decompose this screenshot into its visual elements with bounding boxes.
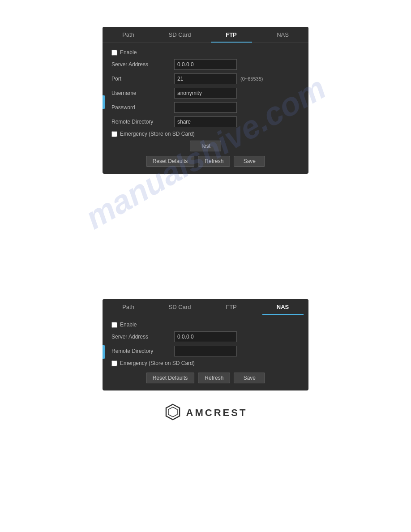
ftp-action-buttons: Reset Defaults Refresh Save: [111, 156, 300, 167]
ftp-tabs: Path SD Card FTP NAS: [103, 27, 308, 43]
save-button[interactable]: Save: [234, 156, 265, 167]
nas-refresh-button[interactable]: Refresh: [198, 373, 230, 383]
nas-action-buttons: Reset Defaults Refresh Save: [111, 373, 300, 383]
remote-directory-input[interactable]: [174, 116, 237, 127]
nas-remote-directory-input[interactable]: [174, 346, 237, 356]
username-input[interactable]: [174, 88, 237, 99]
nas-left-accent: [103, 345, 105, 359]
left-accent: [103, 95, 105, 109]
nas-emergency-checkbox[interactable]: [111, 360, 117, 366]
port-hint: (0~65535): [240, 76, 263, 82]
nas-emergency-label: Emergency (Store on SD Card): [120, 360, 195, 366]
remote-directory-label: Remote Directory: [111, 119, 174, 125]
nas-server-address-input[interactable]: [174, 331, 237, 342]
username-row: Username: [111, 88, 300, 99]
password-label: Password: [111, 104, 174, 111]
nas-remote-directory-label: Remote Directory: [111, 348, 174, 354]
remote-directory-row: Remote Directory: [111, 116, 300, 127]
nas-tabs: Path SD Card FTP NAS: [103, 299, 308, 315]
nas-save-button[interactable]: Save: [234, 373, 265, 383]
nas-enable-row: Enable: [111, 322, 300, 328]
tab-nas[interactable]: NAS: [257, 27, 308, 43]
refresh-button[interactable]: Refresh: [198, 156, 230, 167]
port-row: Port (0~65535): [111, 73, 300, 84]
emergency-checkbox[interactable]: [111, 131, 117, 137]
nas-tab-nas[interactable]: NAS: [257, 299, 308, 315]
nas-remote-directory-row: Remote Directory: [111, 346, 300, 356]
tab-path[interactable]: Path: [103, 27, 154, 43]
ftp-panel: Path SD Card FTP NAS Enable Server Addre…: [103, 27, 308, 174]
enable-label: Enable: [120, 49, 137, 56]
emergency-row: Emergency (Store on SD Card): [111, 131, 300, 137]
logo-area: AMCREST: [164, 403, 248, 422]
password-row: Password: [111, 102, 300, 113]
amcrest-logo-text: AMCREST: [186, 407, 248, 419]
reset-defaults-button[interactable]: Reset Defaults: [146, 156, 195, 167]
server-address-label: Server Address: [111, 61, 174, 68]
enable-row: Enable: [111, 49, 300, 56]
ftp-body: Enable Server Address Port (0~65535) Use…: [103, 43, 308, 174]
nas-enable-label: Enable: [120, 322, 137, 328]
username-label: Username: [111, 90, 174, 96]
svg-marker-1: [168, 407, 177, 417]
port-input[interactable]: [174, 73, 237, 84]
enable-checkbox[interactable]: [111, 50, 117, 56]
server-address-row: Server Address: [111, 59, 300, 70]
nas-server-address-row: Server Address: [111, 331, 300, 342]
test-button[interactable]: Test: [190, 141, 221, 151]
tab-sdcard[interactable]: SD Card: [154, 27, 206, 43]
nas-server-address-label: Server Address: [111, 334, 174, 340]
server-address-input[interactable]: [174, 59, 237, 70]
port-label: Port: [111, 76, 174, 82]
nas-reset-defaults-button[interactable]: Reset Defaults: [146, 373, 195, 383]
emergency-label: Emergency (Store on SD Card): [120, 131, 195, 137]
tab-ftp[interactable]: FTP: [206, 27, 257, 43]
nas-tab-ftp[interactable]: FTP: [206, 299, 257, 315]
password-input[interactable]: [174, 102, 237, 113]
nas-enable-checkbox[interactable]: [111, 322, 117, 328]
test-button-row: Test: [111, 141, 300, 151]
nas-body: Enable Server Address Remote Directory E…: [103, 315, 308, 390]
nas-tab-sdcard[interactable]: SD Card: [154, 299, 206, 315]
amcrest-logo-icon: [164, 403, 182, 422]
nas-emergency-row: Emergency (Store on SD Card): [111, 360, 300, 366]
nas-panel: Path SD Card FTP NAS Enable Server Addre…: [103, 299, 308, 390]
nas-tab-path[interactable]: Path: [103, 299, 154, 315]
